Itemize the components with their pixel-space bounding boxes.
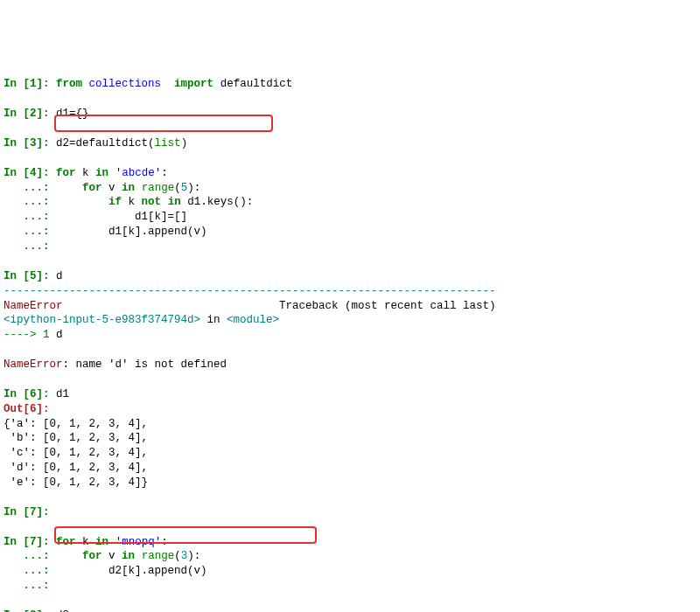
continuation: ...: [4,196,56,208]
in-prompt-num: 7 [30,506,37,518]
cell-in-6: In [6]: d1 [4,388,69,400]
out-line: 'd': [0, 1, 2, 3, 4], [4,462,148,474]
in-prompt-close: ]: [37,78,57,90]
continuation: ...: [4,580,56,592]
ipython-terminal[interactable]: In [1]: from collections import defaultd… [4,63,696,613]
in-prompt-close: ]: [37,536,57,548]
continuation: ...: [4,211,56,223]
indent [56,182,82,194]
var-v: v [108,182,116,194]
stmt-append: d1[k].append(v) [108,226,207,238]
kw-from: from [56,78,82,90]
paren-open: ( [174,550,181,562]
kw-in: in [122,182,135,194]
colon: : [161,167,168,179]
arg-list: list [155,137,181,150]
var-k: k [82,167,89,179]
cell-in-2: In [2]: d1={} [4,108,89,120]
expr-d1keys: d1.keys() [187,196,247,208]
continuation: ...: [4,240,56,253]
continuation: ...: [4,226,56,238]
str-mnopq: 'mnopq' [116,536,162,548]
cell-in-3: In [3]: d2=defaultdict(list) [4,137,187,150]
in-prompt-num: 1 [30,78,37,90]
colon: : [247,196,254,208]
out-line: 'b': [0, 1, 2, 3, 4], [4,432,148,444]
kw-if: if [108,196,122,208]
indent [56,226,108,238]
traceback-module: <module> [227,314,279,326]
stmt-append: d2[k].append(v) [108,565,207,577]
paren-open: ( [174,182,181,194]
kw-in: in [95,536,108,548]
in-prompt-num: 6 [30,388,37,400]
module-name: collections [89,78,162,90]
in-prompt: In [ [4,270,30,282]
in-prompt-num: 4 [30,167,37,179]
cell-in-7: In [7]: for k in 'mnopq': ...: for v in … [4,536,207,593]
in-prompt-num: 7 [30,536,37,548]
kw-in: in [168,196,181,208]
paren-close: ) [187,550,194,562]
paren-close: ) [181,137,188,150]
str-abcde: 'abcde' [116,167,162,179]
in-prompt-close: ]: [37,137,57,150]
kw-for: for [82,550,102,562]
op-eq: = [69,137,76,150]
import-target: defaultdict [220,78,293,90]
kw-for: for [82,182,102,194]
in-prompt: In [ [4,167,30,179]
kw-not: not [142,196,162,208]
var-k: k [129,196,136,208]
kw-in: in [122,550,135,562]
in-prompt: In [ [4,78,30,90]
fn-defaultdict: defaultdict [76,137,149,150]
cell-in-5: In [5]: d [4,270,63,282]
continuation: ...: [4,565,56,577]
in-prompt: In [ [4,506,30,518]
in-prompt: In [ [4,536,30,548]
in-prompt-num: 3 [30,137,37,150]
error-line: d [50,329,63,341]
indent [56,196,108,208]
continuation: ...: [4,182,56,194]
exc-msg: : name 'd' is not defined [63,358,228,371]
fn-range: range [142,182,175,194]
out-prompt: Out[ [4,403,30,415]
colon: : [161,536,168,548]
in-prompt-close: ]: [37,506,57,518]
out-prompt-close: ]: [37,403,50,415]
in-word: in [200,314,227,326]
paren-open: ( [148,137,155,150]
exc-name: NameError [4,300,63,312]
var-d2: d2 [56,137,69,150]
in-prompt: In [ [4,388,30,400]
var-v: v [108,550,116,562]
continuation: ...: [4,550,56,562]
exc-name: NameError [4,358,63,371]
in-prompt-close: ]: [37,388,57,400]
cell-out-6: Out[6]: {'a': [0, 1, 2, 3, 4], 'b': [0, … [4,403,148,489]
in-prompt-close: ]: [37,108,57,120]
var-k: k [82,536,89,548]
in-prompt: In [ [4,108,30,120]
kw-for: for [56,536,76,548]
cell-in-4: In [4]: for k in 'abcde': ...: for v in … [4,167,253,253]
error-separator: ----------------------------------------… [4,285,496,297]
paren-close: ) [187,182,194,194]
traceback-label: Traceback (most recent call last) [279,300,496,312]
out-prompt-num: 6 [30,403,37,415]
colon: : [194,550,201,562]
kw-in: in [95,167,108,179]
code-line: d1={} [56,108,89,120]
in-prompt-close: ]: [37,167,57,179]
in-prompt-close: ]: [37,270,57,282]
code-d: d [56,270,63,282]
in-prompt: In [ [4,137,30,150]
error-arrow: ----> 1 [4,329,50,341]
out-line: 'e': [0, 1, 2, 3, 4]} [4,476,148,489]
out-line: 'c': [0, 1, 2, 3, 4], [4,447,148,459]
out-line: {'a': [0, 1, 2, 3, 4], [4,418,148,430]
stmt-assign: d1[k]=[] [135,211,187,223]
kw-for: for [56,167,76,179]
